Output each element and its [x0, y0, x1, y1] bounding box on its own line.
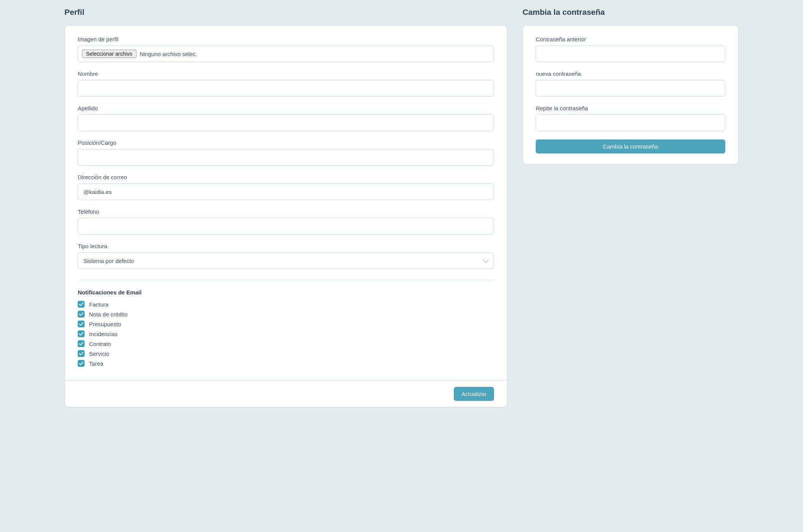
- notification-label: Servicio: [89, 350, 109, 357]
- last-name-label: Apellido: [78, 105, 494, 111]
- notifications-title: Notificaciones de Email: [78, 289, 494, 296]
- notification-row: Tarea: [78, 360, 494, 367]
- phone-input[interactable]: [78, 218, 494, 235]
- notification-checkbox[interactable]: [78, 350, 85, 357]
- password-card: Contraseña anterior nueva contraseña Rep…: [522, 25, 739, 164]
- old-password-label: Contraseña anterior: [536, 36, 725, 42]
- notification-checkbox[interactable]: [78, 311, 85, 318]
- notification-label: Contrato: [89, 341, 111, 347]
- profile-image-label: Imagen de perfil: [78, 36, 494, 42]
- notification-checkbox[interactable]: [78, 360, 85, 367]
- notification-label: Nota de crédito: [89, 311, 128, 318]
- position-label: Posición/Cargo: [78, 139, 494, 146]
- email-label: Dirección de correo: [78, 174, 494, 180]
- notification-row: Presupuesto: [78, 321, 494, 327]
- profile-image-input-wrapper[interactable]: Seleccionar archivo Ninguno archivo sele…: [78, 45, 494, 62]
- first-name-label: Nombre: [78, 70, 494, 77]
- notification-label: Factura: [89, 301, 108, 308]
- file-select-button[interactable]: Seleccionar archivo: [82, 50, 136, 58]
- password-title: Cambia la contraseña: [522, 8, 739, 17]
- first-name-input[interactable]: [78, 80, 494, 97]
- profile-title: Perfil: [64, 8, 507, 17]
- new-password-label: nueva contraseña: [536, 70, 725, 77]
- notification-label: Presupuesto: [89, 321, 121, 327]
- notification-row: Contrato: [78, 340, 494, 347]
- repeat-password-label: Repite la contraseña: [536, 105, 725, 111]
- notification-checkbox[interactable]: [78, 340, 85, 347]
- last-name-input[interactable]: [78, 114, 494, 131]
- email-input[interactable]: [78, 183, 494, 200]
- profile-card: Imagen de perfil Seleccionar archivo Nin…: [64, 25, 507, 407]
- notification-row: Servicio: [78, 350, 494, 357]
- phone-label: Teléfono: [78, 208, 494, 215]
- notification-checkbox[interactable]: [78, 321, 85, 327]
- reading-type-label: Tipo lectura: [78, 243, 494, 249]
- notification-row: Factura: [78, 301, 494, 308]
- reading-type-select[interactable]: Sistema por defecto: [78, 252, 494, 269]
- new-password-input[interactable]: [536, 80, 725, 97]
- notification-row: Incidencias: [78, 330, 494, 337]
- notification-label: Incidencias: [89, 331, 118, 337]
- notification-checkbox[interactable]: [78, 330, 85, 337]
- old-password-input[interactable]: [536, 45, 725, 62]
- notification-row: Nota de crédito: [78, 311, 494, 318]
- notification-checkbox[interactable]: [78, 301, 85, 308]
- repeat-password-input[interactable]: [536, 114, 725, 131]
- divider: [78, 280, 494, 280]
- notification-label: Tarea: [89, 360, 104, 367]
- update-button[interactable]: Actualizar: [454, 387, 494, 401]
- position-input[interactable]: [78, 149, 494, 166]
- change-password-button[interactable]: Cambia la contraseña: [536, 139, 725, 153]
- file-status-text: Ninguno archivo selec.: [140, 51, 197, 57]
